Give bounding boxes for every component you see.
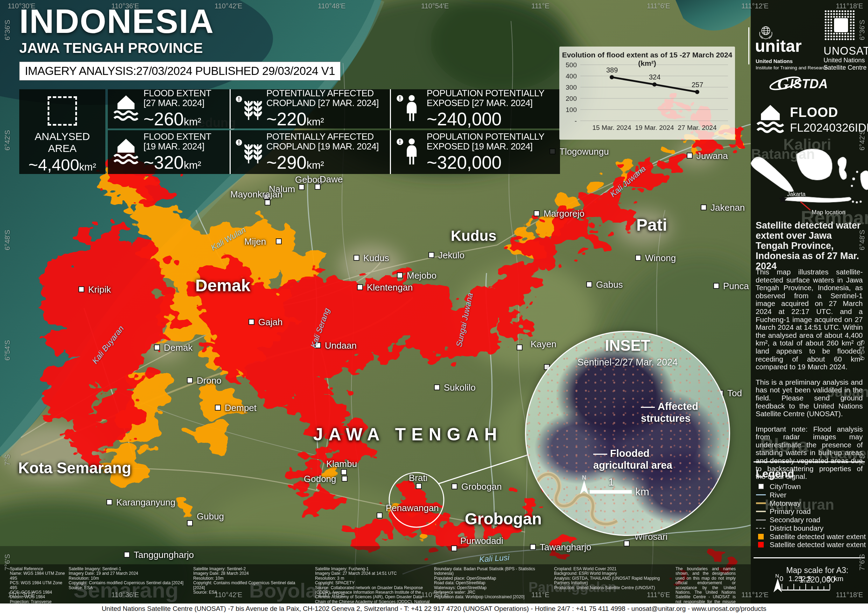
background-place-label: Batangan bbox=[751, 146, 815, 162]
metadata-line: Imagery Date: 28 March 2024 bbox=[193, 571, 305, 576]
map-title: INDONESIA bbox=[19, 3, 341, 39]
chart-ytick-label: - bbox=[575, 117, 577, 125]
metadata-column: Satellite Imagery: Sentinel-1Imagery Dat… bbox=[68, 567, 184, 590]
city-town-marker bbox=[78, 286, 84, 292]
latitude-label: 7°S bbox=[858, 454, 866, 465]
scalebar bbox=[781, 583, 830, 591]
latitude-label: 6°48'S bbox=[3, 229, 12, 250]
city-label: Gabus bbox=[596, 279, 623, 290]
doc-type: FLOOD bbox=[790, 105, 838, 120]
city-town-marker bbox=[624, 541, 630, 546]
stat-value: ~240,000 bbox=[427, 109, 544, 130]
scalebar-tick bbox=[781, 584, 782, 589]
longitude-label: 111°12'E bbox=[741, 591, 769, 599]
inset-annotation-flooded-area: Flooded agricultural area bbox=[593, 447, 688, 471]
city-town-marker bbox=[534, 210, 540, 216]
flood-house-icon bbox=[756, 103, 785, 136]
metadata-line: Waterways: OpenStreetMap bbox=[434, 586, 548, 590]
city-town-marker bbox=[701, 205, 707, 210]
scalebar-tick bbox=[829, 584, 830, 589]
longitude-label: 110°48'E bbox=[318, 2, 346, 10]
city-label: Juwana bbox=[696, 150, 728, 161]
legend-label: District boundary bbox=[770, 524, 823, 532]
city-label: Undaan bbox=[325, 340, 356, 351]
analysed-area-label: ANALYSED bbox=[35, 130, 90, 142]
swatch-symbol bbox=[758, 542, 764, 547]
city-town-marker bbox=[187, 377, 193, 383]
metadata-line: Copyright: Contains modified Copernicus … bbox=[193, 581, 305, 590]
svg-text:!: ! bbox=[399, 95, 401, 102]
stat-cropland-19mar: ! POTENTIALLY AFFECTED CROPLAND [19 MAR.… bbox=[229, 130, 390, 174]
metadata-line: Resolution: 10m bbox=[68, 576, 184, 581]
chart-xtick-label: 15 Mar. 2024 bbox=[592, 124, 631, 131]
city-town-marker bbox=[315, 184, 321, 190]
legend-label: Secondary road bbox=[770, 516, 820, 524]
legend-label: Satellite detected water extent [19 Mar.… bbox=[770, 532, 868, 541]
chart-xtick-label: 27 Mar. 2024 bbox=[678, 124, 717, 131]
background-place-label: Rembang bbox=[801, 206, 868, 228]
inset-scale-value: 1 bbox=[606, 476, 616, 488]
metadata-line: Production: United Nations Satellite Cen… bbox=[554, 586, 670, 590]
background-place-label: Kunduran bbox=[765, 496, 834, 513]
stats-row-19mar: FLOOD EXTENT [19 MAR. 2024] ~320km² ! PO… bbox=[108, 130, 560, 174]
stats-row-27mar: FLOOD EXTENT [27 MAR. 2024] ~260km² ! PO… bbox=[108, 89, 560, 129]
metadata-column: The boundaries and names shown, and the … bbox=[676, 567, 736, 603]
metadata-line: Resolution: 10m bbox=[193, 576, 305, 581]
latitude-label: 7°6'S bbox=[858, 554, 866, 571]
stat-flood-extent-19mar: FLOOD EXTENT [19 MAR. 2024] ~320km² bbox=[108, 130, 229, 174]
city-town-marker bbox=[357, 284, 363, 290]
stat-cropland-27mar: ! POTENTIALLY AFFECTED CROPLAND [27 MAR.… bbox=[229, 89, 390, 129]
footer-address: United Nations Satellite Centre (UNOSAT)… bbox=[0, 603, 868, 614]
city-town-marker bbox=[434, 385, 440, 390]
svg-text:!: ! bbox=[399, 138, 401, 145]
city-label: Jakenan bbox=[710, 202, 745, 213]
metadata-line: Resolution: 3 m bbox=[315, 576, 431, 581]
latitude-label: 7°6'S bbox=[3, 554, 12, 571]
sidebar-divider bbox=[748, 27, 749, 64]
chart-point bbox=[695, 90, 699, 94]
city-label: Klentengan bbox=[367, 282, 413, 293]
secondary-symbol bbox=[756, 519, 766, 521]
city-town-marker bbox=[451, 546, 457, 551]
city-label: Gajah bbox=[258, 317, 282, 328]
metadata-line: Reference water: JRC bbox=[434, 590, 548, 595]
metadata-column: Cropland: ESA World Cover 2021Background… bbox=[554, 567, 670, 590]
longitude-label: 110°30'E bbox=[8, 2, 36, 10]
map-subtitle: JAWA TENGAH PROVINCE bbox=[19, 40, 341, 56]
inset-scale-bar bbox=[590, 490, 632, 493]
city-town-marker bbox=[687, 153, 693, 158]
background-place-label: Japan bbox=[827, 384, 868, 400]
region-label: Demak bbox=[195, 276, 250, 295]
stat-population-19mar: ! POPULATION POTENTIALLY EXPOSED [19 MAR… bbox=[390, 130, 560, 174]
city-town-marker bbox=[530, 544, 536, 550]
region-label: Kota Semarang bbox=[18, 459, 131, 477]
city-symbol bbox=[758, 484, 764, 489]
chart-ytick-label: 200 bbox=[566, 95, 577, 102]
longitude-label: 111°6'E bbox=[647, 591, 670, 599]
city-town-marker bbox=[342, 476, 347, 482]
city-town-marker bbox=[516, 344, 522, 350]
city-label: Margorejo bbox=[544, 208, 584, 219]
metadata-line: Analysis: GISTDA, THAILAND (UNOSAT Rapid… bbox=[554, 576, 670, 586]
longitude-label: 110°30'E bbox=[8, 591, 36, 599]
metadata-line: Spatial Reference bbox=[10, 567, 67, 571]
latitude-label: 6°42'S bbox=[3, 130, 12, 150]
scalebar-tick bbox=[805, 584, 806, 589]
latitude-label: 6°42'S bbox=[858, 130, 866, 150]
city-label: Kripik bbox=[88, 284, 111, 295]
scalebar-tick bbox=[794, 584, 794, 589]
latitude-label: 6°36'S bbox=[3, 20, 12, 40]
legend-label: City/Town bbox=[770, 482, 801, 491]
city-label: Godong bbox=[304, 474, 336, 484]
city-town-marker bbox=[635, 255, 641, 261]
metadata-line: Satellite Imagery: Sentinel-1 bbox=[68, 567, 184, 571]
city-label: Klambu bbox=[326, 459, 357, 470]
latitude-label: 6°54'S bbox=[858, 340, 866, 361]
unitar-caption: United Nations bbox=[756, 58, 793, 64]
metadata-line: Imagery Date: 19 and 27 March 2024 bbox=[68, 571, 184, 576]
city-town-marker bbox=[124, 552, 130, 558]
longitude-label: 111°E bbox=[531, 2, 550, 10]
stat-flood-extent-27mar: FLOOD EXTENT [27 MAR. 2024] ~260km² bbox=[108, 89, 229, 129]
region-label: Kudus bbox=[451, 228, 497, 244]
chart-ytick-label: 500 bbox=[566, 61, 577, 68]
